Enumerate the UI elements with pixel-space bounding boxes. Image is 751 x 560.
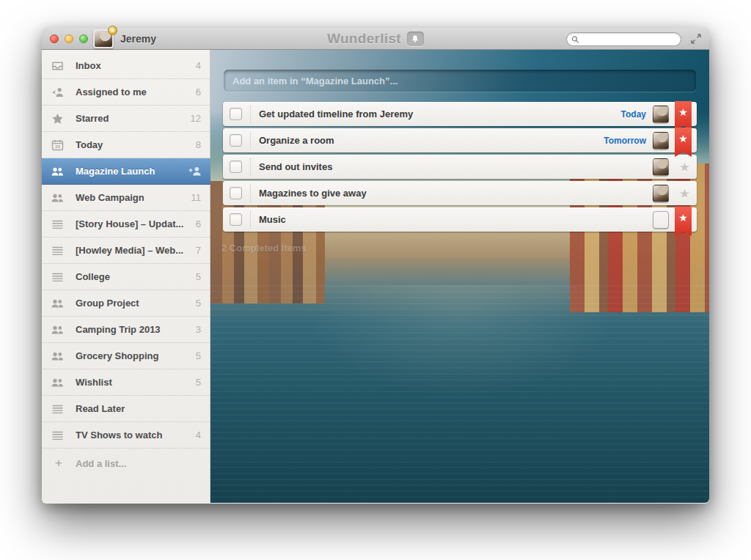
sidebar-item-label: [Howley Media] – Web... [76,245,190,256]
sidebar-item-count: 5 [196,377,201,388]
user-name: Jeremy [120,33,156,45]
add-list-button[interactable]: + Add a list... [42,450,210,476]
task-star-ribbon[interactable]: ★ [675,207,692,236]
task-divider [250,106,251,123]
sidebar-item-label: Read Later [76,403,201,414]
app-title: Wunderlist [327,31,401,47]
minimize-button[interactable] [65,34,73,43]
task-due-label: Tomorrow [604,136,646,146]
sidebar-item-count: 6 [196,86,201,97]
plus-icon: + [51,456,66,471]
task-star-toggle[interactable]: ★ [679,187,690,199]
sidebar-item-count: 5 [196,350,201,361]
completed-items-toggle[interactable]: 2 Completed Items [221,243,307,254]
task-checkbox[interactable] [230,187,242,199]
list-icon [51,430,64,441]
sidebar-item-count: 4 [196,60,201,71]
sidebar-item-label: Camping Trip 2013 [76,324,190,335]
add-item-field[interactable] [224,70,696,92]
sidebar-item-label: Group Project [76,298,190,309]
sidebar-item-label: Grocery Shopping [76,350,190,361]
task-divider [250,185,251,202]
task-assignee-avatar [653,185,669,202]
fullscreen-button[interactable] [690,33,702,45]
task-star-toggle[interactable]: ★ [679,161,690,173]
sidebar-item-grocery-shopping[interactable]: Grocery Shopping 5 [42,343,210,369]
sidebar-item-count: 6 [196,218,201,229]
sidebar-item-label: Inbox [76,60,190,71]
task-row[interactable]: Magazines to give away ★ [223,181,697,205]
titlebar: ★ Jeremy Wunderlist [42,28,709,50]
list-icon [51,403,64,415]
task-divider [250,132,251,150]
sidebar-item-today[interactable]: 23 Today 8 [42,132,210,158]
search-input[interactable] [582,34,676,45]
search-field[interactable] [566,32,681,46]
shared-list-icon [51,298,64,309]
add-item-input[interactable] [232,75,687,86]
calendar-icon: 23 [51,139,64,151]
shared-list-icon [51,377,64,388]
add-list-label: Add a list... [76,458,201,469]
sidebar-item-camping-trip-2013[interactable]: Camping Trip 2013 3 [42,317,210,343]
fullscreen-arrows-icon [690,33,702,45]
sidebar-item-count: 11 [191,192,202,203]
sidebar-item-tv-shows-to-watch[interactable]: TV Shows to watch 4 [42,422,210,449]
task-assignee-avatar [653,158,669,176]
sidebar-item-assigned-to-me[interactable]: Assigned to me 6 [42,79,210,106]
sidebar-item-howley-media[interactable]: [Howley Media] – Web... 7 [42,237,210,264]
sidebar-item-read-later[interactable]: Read Later [42,396,210,422]
sidebar-item-count: 7 [196,245,201,256]
star-icon [51,113,64,125]
task-row[interactable]: Get updated timeline from Jeremy Today ★ [223,102,697,126]
sidebar-item-inbox[interactable]: Inbox 4 [42,53,210,79]
task-title: Music [259,214,653,225]
sidebar-item-label: Today [76,139,190,150]
close-button[interactable] [50,34,59,43]
sidebar: Inbox 4 Assigned to me 6 Starred 12 23 T… [42,50,210,503]
task-star-zone: ★ [670,102,697,126]
task-checkbox[interactable] [230,134,242,147]
task-checkbox[interactable] [230,213,242,226]
inbox-icon [51,60,64,72]
sidebar-item-label: Wishlist [76,377,190,388]
search-icon [571,35,579,44]
task-title: Send out invites [259,161,653,172]
sidebar-item-web-campaign[interactable]: Web Campaign 11 [42,185,210,211]
task-assignee-avatar [653,106,669,123]
task-checkbox[interactable] [230,161,242,173]
sidebar-item-wishlist[interactable]: Wishlist 5 [42,369,210,396]
sidebar-item-count: 4 [196,430,201,441]
sidebar-item-magazine-launch[interactable]: Magazine Launch [42,158,210,185]
sidebar-item-trailing[interactable] [188,166,202,177]
wunderlist-window: ★ Jeremy Wunderlist [42,28,709,504]
zoom-button[interactable] [79,34,88,43]
task-row[interactable]: Organize a room Tomorrow ★ [223,128,697,152]
svg-text:23: 23 [55,144,60,149]
sidebar-item-count: 3 [196,324,201,335]
sidebar-item-group-project[interactable]: Group Project 5 [42,290,210,317]
task-row[interactable]: Send out invites ★ [223,155,697,179]
task-star-ribbon[interactable]: ★ [675,128,692,157]
sidebar-item-label: Assigned to me [76,86,190,97]
sidebar-item-starred[interactable]: Starred 12 [42,106,210,132]
task-checkbox[interactable] [230,108,242,120]
pro-star-badge: ★ [108,26,117,35]
sidebar-item-count: 5 [196,298,201,309]
sidebar-item-count: 5 [196,271,201,282]
task-star-ribbon[interactable]: ★ [675,101,692,130]
sidebar-item-story-house[interactable]: [Story House] – Updat... 6 [42,211,210,237]
user-avatar: ★ [93,29,114,48]
shared-list-icon [51,350,64,362]
sidebar-item-college[interactable]: College 5 [42,264,210,290]
task-row[interactable]: Music ★ [223,207,697,232]
notifications-button[interactable] [407,32,424,46]
assigned-to-me-icon [51,86,64,98]
list-icon [51,271,64,283]
add-person-icon[interactable] [188,166,202,177]
task-due-label: Today [621,109,646,119]
task-star-zone: ★ [670,128,697,152]
task-star-zone: ★ [670,155,697,179]
account-button[interactable]: ★ Jeremy [93,29,156,48]
sidebar-item-label: [Story House] – Updat... [76,218,190,229]
